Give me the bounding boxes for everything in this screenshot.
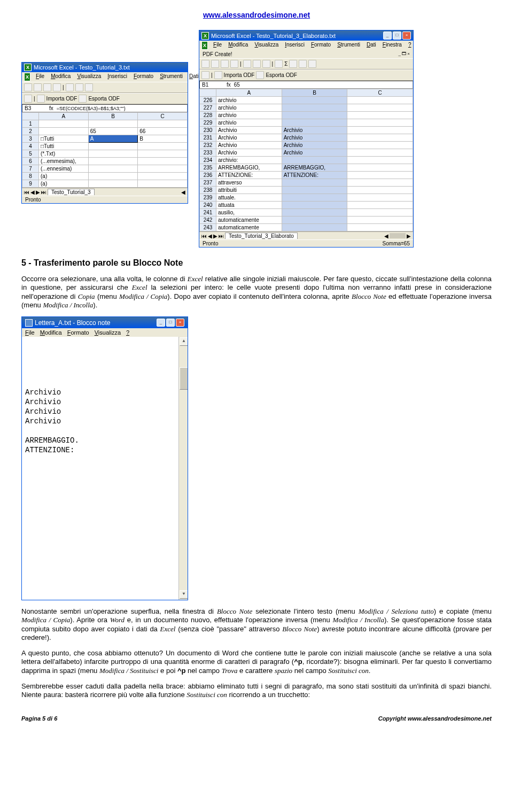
cell[interactable] (347, 127, 413, 134)
col-header-A[interactable]: A (39, 113, 89, 120)
cell[interactable]: Archivio (216, 142, 282, 149)
row-header[interactable]: 242 (200, 216, 216, 224)
menu-formato[interactable]: Formato (67, 329, 89, 336)
col-header-C[interactable]: C (138, 113, 188, 120)
menu-formato[interactable]: Formato (133, 73, 154, 81)
cell[interactable] (282, 216, 347, 224)
cell[interactable] (347, 164, 413, 172)
col-header-B[interactable]: B (88, 113, 138, 120)
new-icon[interactable] (201, 60, 209, 68)
cell[interactable] (347, 134, 413, 142)
minimize-btn[interactable]: _ (157, 319, 165, 327)
col-header-A[interactable]: A (216, 89, 282, 97)
cell[interactable]: ARREMBAGGIO, (282, 164, 347, 172)
cell[interactable]: ARREMBAGGIO, (216, 164, 282, 172)
cut-icon[interactable] (66, 83, 74, 91)
export-icon[interactable] (256, 71, 264, 79)
maximize-btn[interactable]: □ (393, 32, 401, 40)
row-header[interactable]: 1 (22, 120, 39, 128)
copy-icon[interactable] (253, 60, 261, 68)
cell[interactable] (138, 173, 188, 180)
row-header[interactable]: 3 (22, 135, 39, 143)
corner-cell[interactable] (22, 113, 39, 120)
spreadsheet-grid[interactable]: ABC226archivio227archivio228archivio229a… (199, 89, 413, 231)
cell[interactable] (347, 179, 413, 187)
cell[interactable] (39, 120, 89, 128)
cell[interactable] (282, 202, 347, 209)
cell[interactable]: automaticamente (216, 216, 282, 224)
row-header[interactable]: 2 (22, 128, 39, 135)
cell[interactable] (282, 179, 347, 187)
chart-icon[interactable] (299, 60, 307, 68)
odf-icon[interactable] (24, 95, 32, 103)
cell[interactable] (347, 157, 413, 164)
row-header[interactable]: 234 (200, 157, 216, 164)
cell[interactable] (88, 173, 138, 180)
cell[interactable]: (a) (39, 180, 89, 188)
menu-formato[interactable]: Formato (310, 41, 332, 50)
menu-visualizza[interactable]: Visualizza (76, 73, 102, 81)
close-btn[interactable]: × (402, 32, 411, 40)
cell[interactable] (282, 119, 347, 127)
menu-dati[interactable]: Dati (366, 41, 377, 50)
cell[interactable]: 66 (138, 128, 188, 135)
row-header[interactable]: 228 (200, 112, 216, 119)
spreadsheet-grid[interactable]: ABC1265663□TuttiAB4□Tutti5(*.Txt)6(...em… (22, 112, 188, 188)
cell[interactable]: □Tutti (39, 143, 89, 150)
row-header[interactable]: 236 (200, 172, 216, 179)
copy-icon[interactable] (75, 83, 83, 91)
sheet-tab[interactable]: Testo_Tutorial_3_Elaborato (225, 233, 298, 239)
scrollbar-vertical[interactable]: ▲ ▼ (178, 337, 188, 600)
help-icon[interactable] (308, 60, 316, 68)
export-odf-label[interactable]: Esporta ODF (266, 72, 297, 78)
cell[interactable] (282, 194, 347, 202)
cell[interactable] (347, 194, 413, 202)
formula-value[interactable]: 65 (234, 82, 240, 88)
row-header[interactable]: 238 (200, 187, 216, 194)
row-header[interactable]: 230 (200, 127, 216, 134)
menu-file[interactable]: File (35, 73, 45, 81)
open-icon[interactable] (34, 83, 42, 91)
cell[interactable] (347, 119, 413, 127)
cell[interactable]: Archivio (282, 127, 347, 134)
cell[interactable]: (*.Txt) (39, 150, 89, 158)
row-header[interactable]: 239 (200, 194, 216, 202)
cell[interactable] (282, 157, 347, 164)
cell[interactable] (347, 224, 413, 231)
cell[interactable] (138, 120, 188, 128)
sort-icon[interactable] (289, 60, 297, 68)
open-icon[interactable] (211, 60, 219, 68)
maximize-btn[interactable]: □ (166, 319, 175, 327)
row-header[interactable]: 4 (22, 143, 39, 150)
import-odf-label[interactable]: Importa ODF (46, 96, 77, 102)
export-icon[interactable] (79, 95, 87, 103)
cell[interactable] (282, 209, 347, 216)
cell[interactable]: Archivio (216, 149, 282, 157)
row-header[interactable]: 6 (22, 158, 39, 165)
cell[interactable]: 65 (88, 128, 138, 135)
menu-?[interactable]: ? (407, 41, 413, 50)
cell[interactable] (347, 216, 413, 224)
menu-strumenti[interactable]: Strumenti (336, 41, 361, 50)
import-icon[interactable] (214, 71, 222, 79)
cell[interactable] (88, 158, 138, 165)
export-odf-label[interactable]: Esporta ODF (88, 96, 119, 102)
cell[interactable] (282, 97, 347, 104)
print-icon[interactable] (53, 83, 61, 91)
row-header[interactable]: 241 (200, 209, 216, 216)
import-icon[interactable] (37, 95, 45, 103)
cell[interactable]: archivio (216, 119, 282, 127)
row-header[interactable]: 231 (200, 134, 216, 142)
scroll-up-icon[interactable]: ▲ (180, 337, 188, 346)
save-icon[interactable] (221, 60, 229, 68)
cell[interactable]: automaticamente (216, 224, 282, 231)
menu-inserisci[interactable]: Inserisci (284, 41, 306, 50)
row-header[interactable]: 226 (200, 97, 216, 104)
cell[interactable]: ATTENZIONE: (282, 172, 347, 179)
row-header[interactable]: 7 (22, 165, 39, 173)
odf-icon[interactable] (201, 71, 209, 79)
paste-icon[interactable] (262, 60, 270, 68)
cell[interactable]: archivio (216, 97, 282, 104)
menu-strumenti[interactable]: Strumenti (159, 73, 184, 81)
menu-modifica[interactable]: Modifica (50, 73, 72, 81)
